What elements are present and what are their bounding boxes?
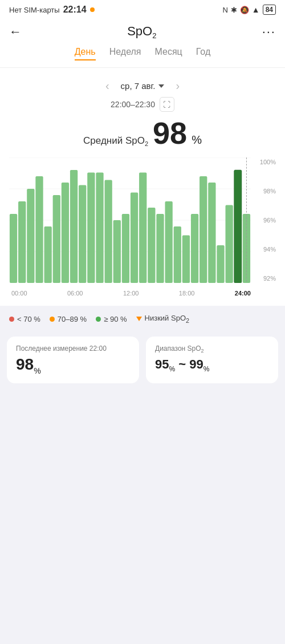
top-nav: ← SpO2 ···: [0, 18, 285, 47]
sim-text: Нет SIM-карты: [9, 6, 60, 14]
svg-rect-23: [165, 201, 172, 283]
svg-rect-27: [199, 176, 207, 283]
nfc-icon: N: [222, 6, 227, 14]
legend-high-dot: [96, 317, 101, 322]
legend-mid-text: 70–89 %: [58, 315, 87, 323]
time-range-row: 22:00–22:30 ⛶: [9, 97, 276, 112]
chart-x-labels: 00:00 06:00 12:00 18:00 24:00: [9, 287, 276, 297]
range-card: Диапазон SpO2 95% ~ 99%: [146, 337, 278, 383]
svg-rect-26: [191, 214, 198, 283]
bluetooth-icon: ✱: [231, 6, 237, 14]
date-label: ср, 7 авг.: [121, 81, 165, 91]
legend-triangle-icon: [136, 317, 142, 321]
svg-rect-18: [122, 214, 129, 283]
svg-rect-20: [139, 173, 146, 283]
svg-rect-19: [131, 193, 138, 283]
legend-mid-dot: [50, 317, 55, 322]
chart-container: 100% 98% 96% 94% 92%: [9, 157, 276, 283]
battery-icon: 84: [263, 5, 276, 15]
svg-rect-29: [217, 245, 224, 283]
last-measurement-label: Последнее измерение 22:00: [16, 345, 130, 353]
svg-rect-24: [174, 226, 181, 283]
svg-rect-7: [27, 189, 34, 283]
legend-low: < 70 %: [9, 314, 40, 324]
expand-button[interactable]: ⛶: [160, 97, 174, 112]
spo2-percent-sign: %: [192, 133, 202, 147]
svg-rect-14: [87, 173, 95, 283]
svg-rect-22: [156, 214, 164, 283]
page-title: SpO2: [127, 24, 156, 40]
spo2-number: 98: [153, 118, 187, 148]
svg-rect-16: [104, 180, 112, 283]
tab-day[interactable]: День: [75, 47, 96, 60]
main-content: ‹ ср, 7 авг. › 22:00–22:30 ⛶ Средний SpO…: [0, 68, 285, 306]
last-measurement-card: Последнее измерение 22:00 98%: [7, 337, 139, 383]
more-menu-button[interactable]: ···: [262, 25, 276, 39]
stats-row: Последнее измерение 22:00 98% Диапазон S…: [0, 330, 285, 390]
legend-low-dot: [9, 317, 14, 322]
mute-icon: 🔕: [240, 6, 249, 14]
legend-high: ≥ 90 %: [96, 314, 127, 324]
svg-rect-31: [234, 170, 242, 283]
status-bar: Нет SIM-карты 22:14 N ✱ 🔕 ▲ 84: [0, 0, 285, 18]
svg-rect-15: [96, 173, 103, 283]
chart-y-labels: 100% 98% 96% 94% 92%: [253, 157, 276, 283]
svg-rect-25: [182, 236, 190, 283]
tabs-container: День Неделя Месяц Год: [0, 47, 285, 68]
bottom-background: [0, 390, 285, 504]
date-dropdown-icon[interactable]: [158, 84, 164, 88]
svg-rect-8: [35, 176, 43, 283]
chart-bars: [9, 157, 251, 283]
svg-rect-6: [18, 201, 26, 283]
svg-rect-21: [148, 208, 155, 283]
time: 22:14: [63, 5, 87, 15]
tab-month[interactable]: Месяц: [155, 47, 182, 60]
svg-rect-30: [225, 205, 233, 283]
tab-week[interactable]: Неделя: [109, 47, 141, 60]
svg-rect-17: [113, 220, 121, 283]
svg-rect-13: [79, 185, 86, 283]
svg-rect-10: [53, 195, 60, 283]
status-icons: N ✱ 🔕 ▲ 84: [222, 5, 276, 15]
legend-low-spo2: Низкий SpO2: [136, 314, 189, 324]
back-button[interactable]: ←: [9, 25, 22, 39]
legend-low-spo2-text: Низкий SpO2: [145, 314, 189, 324]
svg-rect-5: [10, 214, 17, 283]
range-label: Диапазон SpO2: [155, 345, 269, 354]
svg-rect-11: [62, 183, 69, 283]
date-navigation: ‹ ср, 7 авг. ›: [9, 77, 276, 95]
range-value: 95% ~ 99%: [155, 357, 269, 373]
prev-date-button[interactable]: ‹: [101, 77, 114, 95]
spo2-label: Средний SpO2: [83, 135, 148, 147]
page-title-sub: 2: [152, 31, 156, 40]
next-date-button[interactable]: ›: [171, 77, 184, 95]
legend-high-text: ≥ 90 %: [104, 315, 127, 323]
tab-year[interactable]: Год: [196, 47, 210, 60]
time-range-text: 22:00–22:30: [111, 100, 155, 109]
active-indicator: [90, 7, 95, 12]
last-measurement-value: 98%: [16, 356, 130, 375]
legend-mid: 70–89 %: [50, 314, 87, 324]
svg-rect-28: [208, 183, 215, 283]
svg-rect-9: [44, 226, 51, 283]
wifi-icon: ▲: [252, 5, 260, 14]
legend-low-text: < 70 %: [17, 315, 40, 323]
spo2-value-row: Средний SpO2 98 %: [9, 118, 276, 148]
legend-area: < 70 % 70–89 % ≥ 90 % Низкий SpO2: [0, 306, 285, 330]
svg-rect-12: [70, 170, 78, 283]
